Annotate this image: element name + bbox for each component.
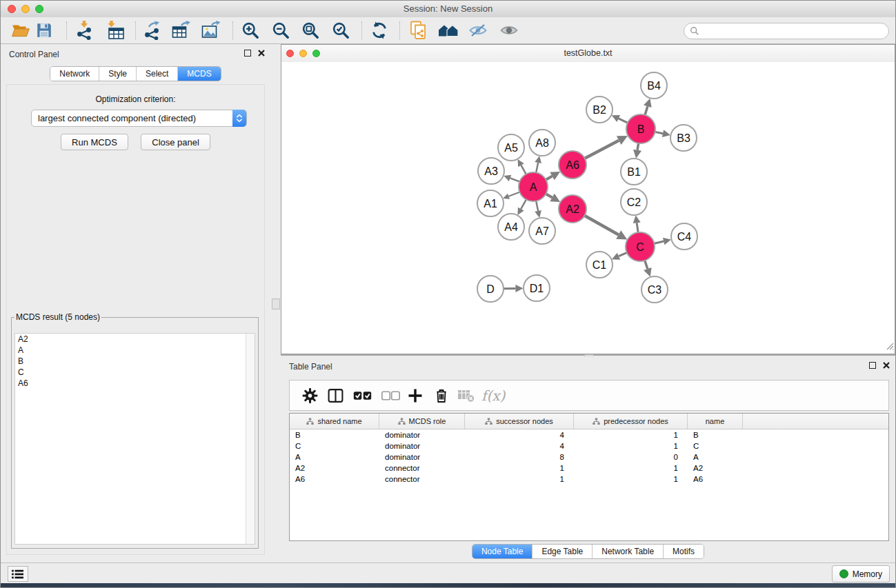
result-list-item[interactable]: A (15, 345, 255, 356)
graph-edge-A-A8[interactable] (536, 163, 538, 173)
result-list-item[interactable]: A6 (15, 378, 255, 389)
table-cell[interactable]: connector (379, 474, 465, 485)
table-row[interactable]: A6connector11A6 (290, 474, 888, 485)
table-cell[interactable]: C (688, 440, 743, 452)
export-image-button[interactable] (200, 19, 222, 41)
close-panel-icon-button[interactable] (258, 50, 265, 57)
table-row[interactable]: Bdominator41B (290, 429, 888, 440)
column-header-name[interactable]: name (688, 414, 743, 429)
table-cell[interactable]: A6 (688, 474, 743, 485)
float-panel-button[interactable] (869, 362, 876, 369)
vertical-split-divider[interactable] (270, 44, 281, 563)
search-field[interactable] (684, 23, 889, 39)
tab-network[interactable]: Network (50, 67, 99, 81)
apply-layout-button[interactable] (368, 19, 390, 41)
table-cell[interactable]: 1 (465, 463, 574, 474)
table-cell[interactable]: 1 (574, 463, 688, 474)
hide-selected-button[interactable] (467, 19, 489, 41)
table-cell[interactable]: connector (379, 463, 465, 474)
result-list-item[interactable]: C (15, 367, 255, 378)
table-row[interactable]: Adominator80A (290, 452, 888, 463)
zoom-out-button[interactable] (270, 19, 292, 41)
task-history-button[interactable] (8, 566, 28, 582)
zoom-in-button[interactable] (239, 19, 261, 41)
table-cell[interactable]: 8 (465, 452, 574, 463)
table-cell[interactable]: 4 (465, 440, 574, 452)
float-panel-button[interactable] (244, 50, 251, 57)
table-cell[interactable]: 1 (574, 474, 688, 485)
import-table-button[interactable] (105, 19, 127, 41)
table-cell[interactable]: 0 (574, 452, 688, 463)
table-row[interactable]: A2connector11A2 (290, 463, 888, 474)
tab-motifs[interactable]: Motifs (663, 545, 704, 558)
table-cell[interactable]: 4 (465, 429, 574, 440)
select-all-columns-button[interactable] (353, 390, 372, 401)
column-header-successor-nodes[interactable]: successor nodes (465, 414, 574, 429)
run-mcds-button[interactable]: Run MCDS (61, 134, 128, 150)
add-column-button[interactable] (407, 387, 424, 404)
table-cell[interactable]: A (290, 452, 379, 463)
table-settings-button[interactable] (301, 387, 319, 404)
show-all-button[interactable] (498, 19, 520, 41)
result-list-scrollbar[interactable] (246, 334, 255, 544)
close-panel-icon-button[interactable] (883, 362, 890, 369)
table-cell[interactable]: A (688, 452, 743, 463)
graph-edge-C-C4[interactable] (653, 241, 664, 243)
tab-style[interactable]: Style (99, 67, 136, 81)
table-row[interactable]: Cdominator41C (290, 440, 888, 452)
graph-edge-C-C3[interactable] (644, 260, 647, 269)
table-cell[interactable]: dominator (379, 429, 465, 440)
delete-column-button[interactable] (433, 387, 450, 404)
table-cell[interactable]: 1 (574, 429, 688, 440)
table-cell[interactable]: A2 (290, 463, 379, 474)
apply-function-button[interactable]: f(x) (481, 387, 505, 404)
column-header-shared-name[interactable]: shared name (290, 414, 379, 429)
new-network-from-selection-button[interactable] (408, 19, 430, 41)
open-session-button[interactable] (10, 19, 32, 41)
tab-edge-table[interactable]: Edge Table (532, 545, 592, 558)
deselect-all-columns-button[interactable] (381, 390, 400, 401)
table-cell[interactable]: 1 (574, 440, 688, 452)
graph-edge-A-A1[interactable] (508, 192, 520, 196)
table-cell[interactable]: 1 (465, 474, 574, 485)
graph-edge-B-B4[interactable] (645, 106, 648, 116)
column-header-MCDS-role[interactable]: MCDS role (379, 414, 465, 429)
tab-select[interactable]: Select (136, 67, 177, 81)
delete-table-button[interactable] (457, 388, 475, 403)
graph-edge-A-A7[interactable] (536, 201, 538, 211)
graph-edge-C-C2[interactable] (637, 223, 638, 233)
tab-mcds[interactable]: MCDS (177, 67, 220, 81)
result-list-item[interactable]: A2 (15, 334, 255, 345)
graph-edge-A2-C[interactable] (584, 215, 619, 234)
import-network-button[interactable] (73, 19, 95, 41)
column-header-predecessor-nodes[interactable]: predecessor nodes (574, 414, 688, 429)
tab-network-table[interactable]: Network Table (592, 545, 663, 558)
search-input[interactable] (702, 26, 888, 37)
graph-edge-A6-B[interactable] (584, 141, 619, 159)
graph-edge-A-A3[interactable] (510, 178, 521, 182)
network-canvas[interactable]: B4B2BB3A8A5A6A3B1AC2A1A2A4A7C4CC1DD1C3 (281, 62, 895, 354)
zoom-selected-button[interactable] (330, 19, 352, 41)
tab-node-table[interactable]: Node Table (472, 545, 532, 558)
memory-button[interactable]: Memory (832, 565, 890, 582)
table-cell[interactable]: A2 (688, 463, 743, 474)
result-list-item[interactable]: B (15, 356, 255, 367)
close-panel-button[interactable]: Close panel (141, 134, 210, 150)
zoom-fit-button[interactable] (299, 19, 321, 41)
graph-edge-A-A4[interactable] (521, 199, 526, 210)
save-session-button[interactable] (33, 19, 55, 41)
table-cell[interactable]: dominator (379, 452, 465, 463)
split-divider-grip[interactable] (272, 298, 280, 310)
export-network-button[interactable] (141, 19, 163, 41)
table-cell[interactable]: B (688, 429, 743, 440)
export-table-button[interactable] (170, 19, 192, 41)
graph-edge-A-A5[interactable] (521, 165, 526, 175)
graph-edge-B-B2[interactable] (619, 119, 628, 123)
graph-edge-C-C1[interactable] (619, 252, 628, 256)
optimization-criterion-select[interactable]: largest connected component (directed) (31, 110, 247, 127)
table-cell[interactable]: C (290, 440, 379, 452)
first-neighbors-button[interactable] (437, 19, 459, 41)
split-table-view-button[interactable] (327, 387, 344, 404)
table-cell[interactable]: dominator (379, 440, 465, 452)
table-cell[interactable]: A6 (290, 474, 379, 485)
